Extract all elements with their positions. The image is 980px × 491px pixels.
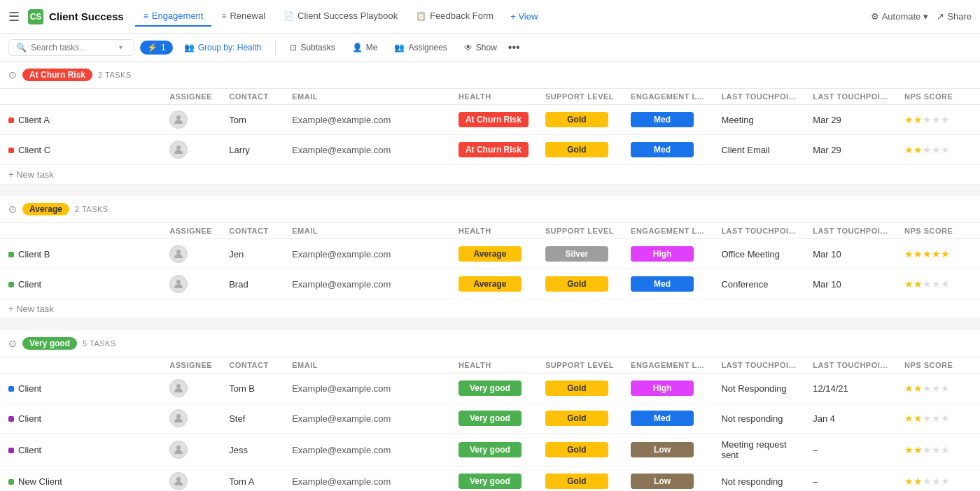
- table-row: Client C LarryExample@example.comAt Chur…: [0, 135, 980, 165]
- show-icon: 👁: [464, 43, 472, 52]
- client-name[interactable]: Client: [18, 279, 41, 290]
- health-cell: Very good: [450, 434, 537, 467]
- contact-name: Stef: [229, 413, 245, 424]
- engagement-cell: Low: [622, 467, 713, 492]
- avatar: [169, 141, 188, 159]
- new-task-label[interactable]: + New task: [0, 165, 980, 185]
- health-cell: Average: [450, 269, 537, 299]
- nps-stars: ★★★★★: [904, 248, 972, 259]
- engagement-badge: Med: [631, 142, 694, 157]
- automate-button[interactable]: ⚙ Automate ▾: [871, 11, 929, 22]
- section-toggle-verygood[interactable]: ⊙: [8, 338, 17, 349]
- section-toggle-churn[interactable]: ⊙: [8, 69, 17, 80]
- nps-stars: ★★★★★: [904, 476, 972, 487]
- filter-button[interactable]: ⚡ 1: [140, 41, 173, 55]
- contact-name: Brad: [229, 279, 248, 290]
- contact-name: Tom B: [229, 383, 255, 394]
- health-cell: Very good: [450, 373, 537, 404]
- email-value: Example@example.com: [292, 383, 391, 394]
- new-task-churn[interactable]: + New task: [0, 165, 980, 185]
- touchpoint2-cell: Mar 10: [804, 239, 896, 269]
- client-name[interactable]: Client B: [18, 249, 50, 259]
- section-toggle-average[interactable]: ⊙: [8, 204, 17, 215]
- contact-cell: Tom A: [220, 467, 284, 492]
- top-nav: ☰ CS Client Success ≡ Engagement ≡ Renew…: [0, 0, 980, 34]
- health-cell: Very good: [450, 467, 537, 492]
- touchpoint1-cell: Office Meeting: [713, 239, 804, 269]
- health-badge: Very good: [458, 380, 522, 396]
- avatar: [169, 409, 188, 427]
- engagement-badge: Low: [631, 474, 694, 489]
- email-cell: Example@example.com: [284, 467, 450, 492]
- support-cell: Gold: [537, 269, 622, 299]
- touchpoint1-value: Not responding: [721, 476, 783, 487]
- nps-stars: ★★★★★: [904, 278, 972, 290]
- client-name[interactable]: Client: [18, 413, 41, 424]
- health-cell: At Churn Risk: [450, 105, 537, 135]
- more-options-button[interactable]: •••: [508, 41, 520, 54]
- health-cell: Very good: [450, 404, 537, 434]
- assignee-cell: [161, 467, 220, 492]
- add-view-button[interactable]: + View: [503, 7, 545, 26]
- avatar: [169, 245, 188, 263]
- client-name[interactable]: Client A: [18, 115, 50, 125]
- table-row: Client JessExample@example.comVery goodG…: [0, 434, 980, 467]
- contact-cell: Stef: [220, 404, 284, 434]
- touchpoint2-value: Mar 29: [813, 145, 841, 155]
- engagement-cell: Med: [622, 105, 713, 135]
- assignee-cell: [161, 373, 220, 404]
- touchpoint1-value: Meeting request sent: [721, 439, 786, 460]
- nps-cell: ★★★★★: [896, 105, 980, 135]
- email-value: Example@example.com: [292, 115, 391, 125]
- engagement-badge: Med: [631, 276, 694, 292]
- assignees-button[interactable]: 👥 Assignees: [388, 41, 452, 55]
- status-dot: [8, 118, 14, 123]
- tab-playbook[interactable]: 📄 Client Success Playbook: [275, 6, 406, 27]
- hamburger-icon[interactable]: ☰: [8, 9, 20, 24]
- client-name[interactable]: Client C: [18, 145, 50, 155]
- me-button[interactable]: 👤 Me: [346, 41, 384, 55]
- health-cell: Average: [450, 239, 537, 269]
- table-row: Client A TomExample@example.comAt Churn …: [0, 105, 980, 135]
- touchpoint2-value: Mar 10: [813, 249, 841, 259]
- subtasks-button[interactable]: ⊡ Subtasks: [284, 41, 340, 55]
- touchpoint2-cell: –: [804, 434, 896, 467]
- contact-cell: Tom: [220, 105, 284, 135]
- support-badge: Gold: [545, 112, 608, 127]
- client-name[interactable]: Client: [18, 383, 41, 394]
- svg-point-1: [176, 145, 181, 150]
- contact-name: Larry: [229, 145, 250, 155]
- nps-stars: ★★★★★: [904, 383, 972, 394]
- col-header-churn-6: ENGAGEMENT L...: [622, 89, 713, 105]
- show-button[interactable]: 👁 Show: [458, 41, 503, 55]
- search-chevron: ▾: [119, 43, 122, 51]
- search-icon: 🔍: [16, 43, 27, 52]
- tab-feedback[interactable]: 📋 Feedback Form: [407, 6, 502, 27]
- main-table-container: ASSIGNEE CONTACT EMAIL HEALTH SUPPORT LE…: [0, 62, 980, 491]
- touchpoint1-cell: Client Email: [713, 135, 804, 165]
- tab-renewal[interactable]: ≡ Renewal: [213, 6, 274, 27]
- share-button[interactable]: ↗ Share: [937, 11, 972, 22]
- new-task-average[interactable]: + New task: [0, 299, 980, 319]
- assignee-cell: [161, 239, 220, 269]
- touchpoint1-value: Conference: [721, 279, 768, 290]
- col-header-churn-2: CONTACT: [220, 89, 284, 105]
- col-header-verygood-0: [0, 357, 161, 373]
- automate-icon: ⚙: [871, 11, 879, 22]
- svg-point-2: [176, 250, 181, 254]
- email-value: Example@example.com: [292, 145, 391, 155]
- support-badge: Gold: [545, 474, 608, 489]
- nps-stars: ★★★★★: [904, 144, 972, 155]
- assignee-cell: [161, 105, 220, 135]
- client-name[interactable]: Client: [18, 445, 41, 455]
- col-header-verygood-9: NPS SCORE: [896, 357, 980, 373]
- group-by-button[interactable]: 👥 Group by: Health: [178, 41, 267, 55]
- search-input[interactable]: [31, 43, 115, 52]
- search-box[interactable]: 🔍 ▾: [8, 39, 134, 56]
- col-header-churn-4: HEALTH: [450, 89, 537, 105]
- client-name[interactable]: New Client: [18, 476, 62, 487]
- tab-engagement[interactable]: ≡ Engagement: [135, 6, 212, 27]
- new-task-label[interactable]: + New task: [0, 299, 980, 319]
- col-header-verygood-4: HEALTH: [450, 357, 537, 373]
- support-badge: Gold: [545, 380, 608, 396]
